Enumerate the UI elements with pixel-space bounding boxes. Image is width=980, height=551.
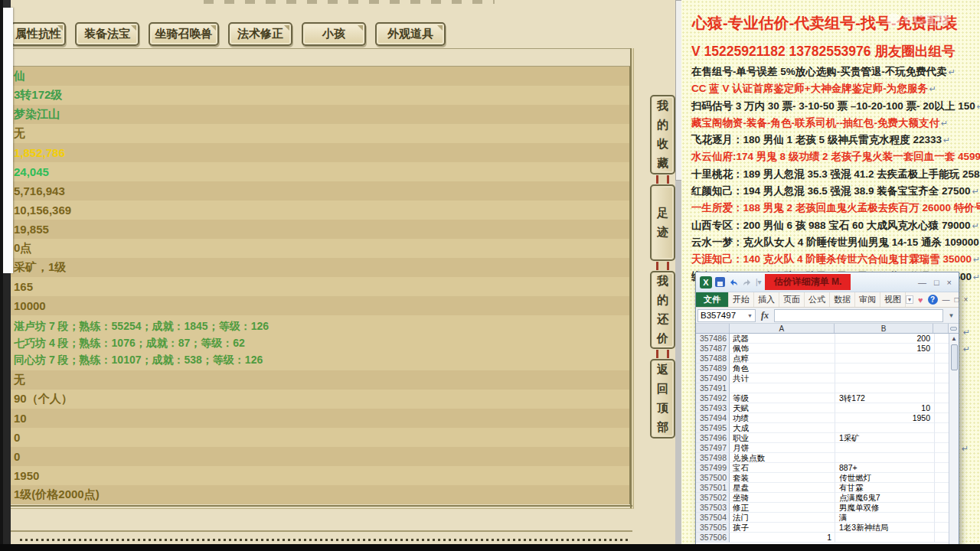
workbook-restore-icon[interactable]: □ xyxy=(955,295,959,304)
row-number[interactable]: 357489 xyxy=(696,364,730,373)
row-number[interactable]: 357499 xyxy=(696,463,730,473)
cell-a[interactable]: 职业 xyxy=(730,433,835,443)
cell-c[interactable] xyxy=(935,443,950,453)
cell-c[interactable] xyxy=(935,334,950,344)
tab-2[interactable]: 坐骑召唤兽 xyxy=(149,22,219,46)
row-number[interactable]: 357494 xyxy=(696,413,730,423)
cell-b[interactable]: 3转172 xyxy=(835,393,935,403)
workbook-close-icon[interactable]: × xyxy=(964,295,969,304)
select-all-corner[interactable] xyxy=(696,324,730,333)
cell-a[interactable]: 功绩 xyxy=(730,413,835,423)
cell-c[interactable] xyxy=(935,423,950,433)
cell-a[interactable] xyxy=(730,383,835,393)
cell-a[interactable]: 共计 xyxy=(730,373,835,383)
cell-c[interactable] xyxy=(935,463,950,473)
close-button[interactable]: × xyxy=(947,278,952,287)
tab-0[interactable]: 属性抗性 xyxy=(11,22,66,46)
cell-c[interactable] xyxy=(935,513,950,523)
cell-a[interactable]: 兑换点数 xyxy=(730,453,835,463)
maximize-button[interactable]: □ xyxy=(934,278,939,287)
cell-b[interactable]: 150 xyxy=(835,344,935,354)
cell-b[interactable]: 887+ xyxy=(835,463,935,473)
ribbon-tab-5[interactable]: 数据 xyxy=(830,292,855,307)
row-number[interactable]: 357500 xyxy=(696,473,730,483)
rail-button-1[interactable]: 足迹 xyxy=(650,184,675,261)
tab-5[interactable]: 外观道具 xyxy=(375,22,446,46)
ribbon-tab-3[interactable]: 页面 xyxy=(779,292,805,307)
cell-b[interactable]: 200 xyxy=(835,334,935,344)
column-header-b[interactable]: B xyxy=(835,324,933,333)
cell-b[interactable]: 1采矿 xyxy=(835,433,935,443)
cell-a[interactable]: 宝石 xyxy=(730,463,835,473)
cell-b[interactable]: 1950 xyxy=(835,413,935,423)
column-header-a[interactable]: A xyxy=(730,324,835,333)
cell-b[interactable] xyxy=(835,373,935,383)
cell-c[interactable] xyxy=(935,503,950,513)
cell-c[interactable] xyxy=(935,533,950,543)
row-number[interactable]: 357498 xyxy=(696,453,730,463)
cell-a[interactable]: 佩饰 xyxy=(730,344,835,354)
cell-c[interactable] xyxy=(935,403,950,413)
ribbon-tab-6[interactable]: 审阅 xyxy=(855,292,880,307)
cell-b[interactable] xyxy=(835,453,935,463)
rail-button-2[interactable]: 我的还价 xyxy=(650,271,675,349)
row-number[interactable]: 357502 xyxy=(696,493,730,503)
row-number[interactable]: 357493 xyxy=(696,403,730,413)
cell-b[interactable]: 男魔单双修 xyxy=(835,503,935,513)
cell-b[interactable]: 满 xyxy=(835,513,935,523)
row-number[interactable]: 357503 xyxy=(696,503,730,513)
scroll-up-icon[interactable]: ▲ xyxy=(951,334,957,342)
rail-button-0[interactable]: 我的收藏 xyxy=(650,95,675,174)
cell-a[interactable]: 星盘 xyxy=(730,483,835,493)
cell-c[interactable] xyxy=(935,473,950,483)
save-icon[interactable] xyxy=(715,277,725,287)
ribbon-tab-1[interactable]: 开始 xyxy=(729,292,754,307)
ribbon-tab-2[interactable]: 插入 xyxy=(754,292,779,307)
ribbon-tab-4[interactable]: 公式 xyxy=(805,292,830,307)
cell-c[interactable] xyxy=(935,433,950,443)
rail-button-3[interactable]: 返回顶部 xyxy=(650,359,675,439)
cell-a[interactable]: 武器 xyxy=(730,334,835,344)
tab-1[interactable]: 装备法宝 xyxy=(75,22,139,46)
cell-a[interactable]: 角色 xyxy=(730,364,835,373)
row-number[interactable]: 357505 xyxy=(696,523,730,533)
cell-b[interactable] xyxy=(835,423,935,433)
heart-icon[interactable]: ♥ xyxy=(918,295,923,305)
quick-access-dropdown-icon[interactable]: |▾ xyxy=(756,278,762,286)
cell-b[interactable]: 1老3新神结局 xyxy=(835,523,935,533)
cell-a[interactable]: 套装 xyxy=(730,473,835,483)
row-number[interactable]: 357495 xyxy=(696,423,730,433)
cell-a[interactable]: 修正 xyxy=(730,503,835,513)
cell-b[interactable]: 有甘霖 xyxy=(835,483,935,493)
cell-a[interactable]: 法门 xyxy=(730,513,835,523)
scrollbar-split-box[interactable] xyxy=(949,324,959,333)
ribbon-tab-0[interactable]: 文件 xyxy=(696,292,729,307)
cell-a[interactable]: 等级 xyxy=(730,393,835,403)
cell-c[interactable] xyxy=(935,393,950,403)
row-number[interactable]: 357487 xyxy=(696,344,730,354)
ribbon-tab-7[interactable]: 视图 xyxy=(880,292,906,307)
excel-titlebar[interactable]: X |▾ 估价详细清单 M. — □ × xyxy=(696,272,959,292)
column-header-c[interactable] xyxy=(933,324,949,333)
cell-a[interactable]: 坐骑 xyxy=(730,493,835,503)
cell-b[interactable] xyxy=(835,364,935,373)
row-number[interactable]: 357501 xyxy=(696,483,730,493)
cell-a[interactable]: 孩子 xyxy=(730,523,835,533)
cell-a[interactable]: 月饼 xyxy=(730,443,835,453)
name-box[interactable]: B357497 ▼ xyxy=(697,309,756,322)
ribbon-dropdown-icon[interactable]: ▾ xyxy=(906,295,913,304)
cell-b[interactable] xyxy=(835,443,935,453)
cell-a[interactable]: 点粹 xyxy=(730,354,835,364)
row-number[interactable]: 357497 xyxy=(696,443,730,453)
cell-c[interactable] xyxy=(935,364,950,373)
formula-bar-expand-icon[interactable]: ▼ xyxy=(946,312,957,319)
cell-a[interactable]: 天赋 xyxy=(730,403,835,413)
cell-c[interactable] xyxy=(935,344,950,354)
row-number[interactable]: 357496 xyxy=(696,433,730,443)
row-number[interactable]: 357490 xyxy=(696,373,730,383)
cell-c[interactable] xyxy=(935,413,950,423)
cell-b[interactable] xyxy=(835,354,935,364)
redo-icon[interactable] xyxy=(742,278,753,287)
row-number[interactable]: 357486 xyxy=(696,334,730,344)
cell-a[interactable]: 大成 xyxy=(730,423,835,433)
